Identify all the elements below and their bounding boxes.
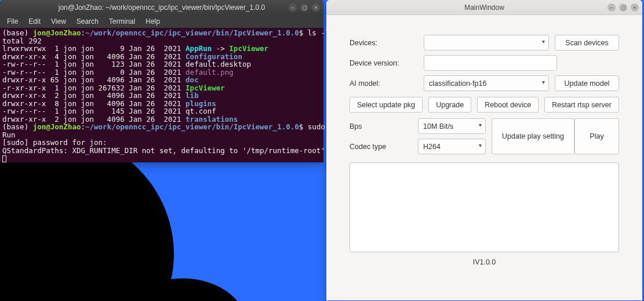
label-ai-model: AI model: <box>350 79 418 88</box>
terminal-title: jon@JonZhao: ~/work/openncc_ipc/ipc_view… <box>5 3 319 12</box>
restart-rtsp-button[interactable]: Restart rtsp server <box>544 97 619 113</box>
devices-select[interactable] <box>424 35 549 50</box>
menu-view[interactable]: View <box>46 16 71 27</box>
minimize-icon[interactable]: – <box>607 3 616 12</box>
codec-type-select[interactable]: H264 <box>418 139 486 154</box>
label-codec-type: Codec type <box>350 143 418 151</box>
scan-devices-button[interactable]: Scan devices <box>555 35 619 50</box>
terminal-window: jon@JonZhao: ~/work/openncc_ipc/ipc_view… <box>0 0 323 162</box>
select-update-pkg-button[interactable]: Select update pkg <box>350 97 423 113</box>
device-version-input[interactable] <box>424 55 557 71</box>
main-window: MainWindow – ◻ × Devices: Scan devices D… <box>326 0 642 300</box>
mainwindow-titlebar: MainWindow – ◻ × <box>326 0 642 15</box>
terminal-menubar: File Edit View Search Terminal Help <box>0 15 323 28</box>
label-devices: Devices: <box>350 39 418 47</box>
terminal-titlebar: jon@JonZhao: ~/work/openncc_ipc/ipc_view… <box>0 0 323 15</box>
label-device-version: Device version: <box>350 59 418 67</box>
close-icon[interactable]: × <box>312 3 320 12</box>
mainwindow-title: MainWindow <box>331 3 638 12</box>
menu-help[interactable]: Help <box>141 16 165 27</box>
maximize-icon[interactable]: ◻ <box>300 3 308 12</box>
menu-search[interactable]: Search <box>72 16 103 27</box>
label-bps: Bps <box>350 122 418 130</box>
log-textarea[interactable] <box>350 162 619 252</box>
menu-terminal[interactable]: Terminal <box>104 16 140 27</box>
close-icon[interactable]: × <box>631 3 639 12</box>
bps-select[interactable]: 10M Bit/s <box>418 118 486 134</box>
menu-file[interactable]: File <box>2 16 23 27</box>
ai-model-select[interactable]: classification-fp16 <box>424 75 549 91</box>
reboot-device-button[interactable]: Reboot device <box>477 97 539 113</box>
play-button[interactable]: Play <box>574 118 619 154</box>
maximize-icon[interactable]: ◻ <box>619 3 627 12</box>
minimize-icon[interactable]: – <box>289 3 297 12</box>
menu-edit[interactable]: Edit <box>24 16 45 27</box>
update-play-setting-button[interactable]: Update play setting <box>492 118 574 154</box>
upgrade-button[interactable]: Upgrade <box>428 97 471 113</box>
terminal-body[interactable]: (base) jon@JonZhao:~/work/openncc_ipc/ip… <box>0 28 323 164</box>
update-model-button[interactable]: Update model <box>555 75 619 91</box>
version-label: IV1.0.0 <box>350 258 619 266</box>
